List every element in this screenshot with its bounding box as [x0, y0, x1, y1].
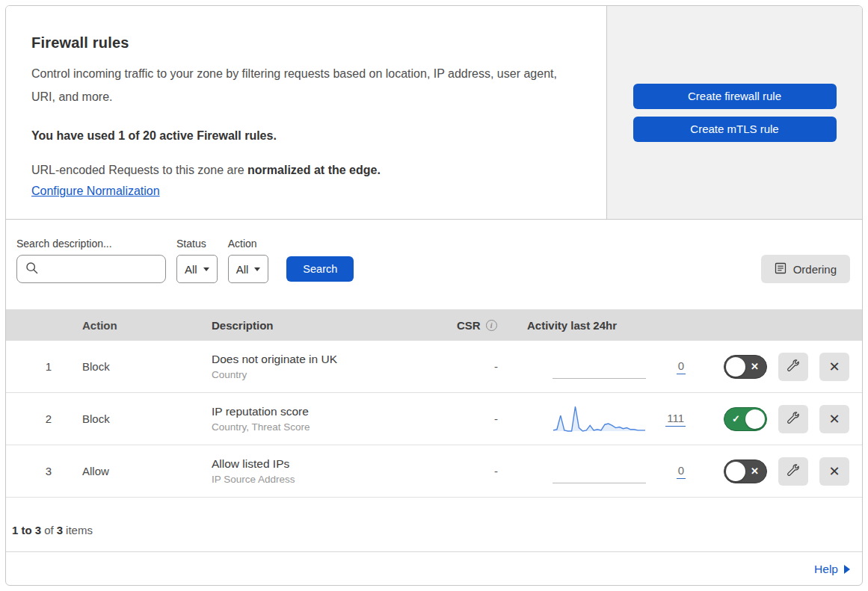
intro-section: Firewall rules Control incoming traffic …: [6, 6, 606, 219]
rule-enabled-toggle[interactable]: ✓ ✕: [724, 355, 767, 379]
rule-description: Allow listed IPs: [212, 457, 451, 471]
rule-fields: IP Source Address: [212, 474, 451, 485]
rule-action: Block: [81, 412, 212, 425]
wrench-icon: [787, 412, 799, 426]
sparkline-flat-line: [552, 378, 646, 379]
activity-count-link[interactable]: 111: [665, 412, 686, 427]
search-button[interactable]: Search: [286, 256, 354, 282]
rule-number: 2: [6, 412, 81, 425]
rule-controls: ✓ ✕ ✕: [686, 457, 862, 486]
intro-description: Control incoming traffic to your zone by…: [31, 62, 576, 108]
rule-activity-cell: 0: [526, 445, 686, 497]
info-icon[interactable]: i: [486, 320, 497, 331]
rule-controls: ✓ ✕ ✕: [686, 405, 862, 433]
rule-action: Block: [81, 360, 212, 373]
filter-bar: Search description... Status All Action: [6, 220, 862, 309]
col-header-action: Action: [81, 319, 212, 332]
toggle-knob: [726, 462, 745, 481]
normalization-bold: normalized at the edge.: [247, 164, 381, 176]
activity-count-link[interactable]: 0: [677, 359, 686, 374]
delete-rule-button[interactable]: ✕: [819, 457, 849, 486]
create-firewall-rule-button[interactable]: Create firewall rule: [633, 84, 837, 109]
ordering-button-label: Ordering: [793, 263, 837, 276]
search-icon: [25, 262, 39, 278]
col-header-csr: CSR i: [451, 319, 526, 332]
action-label: Action: [228, 238, 269, 250]
x-icon: ✕: [751, 465, 759, 477]
action-dropdown[interactable]: All: [228, 255, 269, 283]
firewall-rules-card: Firewall rules Control incoming traffic …: [5, 5, 863, 586]
rule-description-cell: Does not originate in UK Country: [212, 353, 451, 380]
delete-rule-button[interactable]: ✕: [819, 353, 849, 381]
delete-rule-button[interactable]: ✕: [819, 405, 849, 433]
rule-description: IP reputation score: [212, 405, 451, 418]
activity-sparkline: [552, 351, 646, 383]
wrench-icon: [787, 464, 799, 478]
status-group: Status All: [176, 238, 218, 283]
configure-normalization-link[interactable]: Configure Normalization: [31, 185, 160, 198]
cta-panel: Create firewall rule Create mTLS rule: [606, 6, 862, 219]
search-input[interactable]: [16, 255, 166, 283]
table-row: 2 Block IP reputation score Country, Thr…: [6, 393, 862, 445]
activity-sparkline: [552, 403, 646, 435]
normalization-prefix: URL-encoded Requests to this zone are: [31, 164, 247, 176]
search-box: [16, 255, 166, 283]
close-icon: ✕: [828, 412, 840, 426]
help-link-label: Help: [814, 563, 838, 576]
pagination-summary: 1 to 3 of 3 items: [6, 498, 862, 551]
edit-rule-button[interactable]: [778, 405, 808, 433]
toggle-knob: [745, 409, 765, 429]
help-row: Help: [6, 551, 862, 586]
activity-sparkline: [552, 456, 646, 487]
action-dropdown-value: All: [236, 263, 249, 276]
rule-csr: -: [451, 360, 526, 373]
table-row: 1 Block Does not originate in UK Country…: [6, 341, 862, 393]
activity-count-link[interactable]: 0: [677, 464, 686, 479]
edit-rule-button[interactable]: [778, 353, 808, 381]
csr-header-label: CSR: [457, 319, 481, 332]
chevron-down-icon: [254, 267, 260, 271]
status-label: Status: [176, 238, 218, 250]
check-icon: ✓: [732, 413, 740, 424]
arrow-right-icon: [844, 565, 850, 574]
action-group: Action All: [228, 238, 269, 283]
firewall-rules-page: Firewall rules Control incoming traffic …: [0, 0, 868, 591]
of-text: of: [44, 524, 54, 536]
col-header-activity: Activity last 24hr: [526, 319, 686, 332]
rule-number: 1: [6, 360, 81, 373]
close-icon: ✕: [828, 465, 840, 478]
page-title: Firewall rules: [31, 34, 576, 52]
rule-description-cell: IP reputation score Country, Threat Scor…: [212, 405, 451, 433]
create-mtls-rule-button[interactable]: Create mTLS rule: [633, 117, 837, 142]
rule-controls: ✓ ✕ ✕: [686, 353, 862, 381]
status-dropdown-value: All: [185, 263, 197, 276]
rule-enabled-toggle[interactable]: ✓ ✕: [724, 460, 767, 483]
sparkline-flat-line: [552, 483, 646, 483]
edit-rule-button[interactable]: [778, 457, 808, 486]
rule-description: Does not originate in UK: [212, 353, 451, 366]
search-label: Search description...: [16, 238, 166, 250]
col-header-description: Description: [212, 319, 451, 332]
ordering-button[interactable]: Ordering: [761, 255, 850, 283]
close-icon: ✕: [828, 360, 840, 374]
normalization-line: URL-encoded Requests to this zone are no…: [31, 164, 576, 177]
table-row: 3 Allow Allow listed IPs IP Source Addre…: [6, 445, 862, 498]
rule-activity-cell: 111: [526, 393, 686, 445]
top-section: Firewall rules Control incoming traffic …: [6, 6, 862, 220]
wrench-icon: [787, 359, 799, 374]
rule-csr: -: [451, 465, 526, 477]
rule-description-cell: Allow listed IPs IP Source Address: [212, 457, 451, 485]
table-header: Action Description CSR i Activity last 2…: [6, 309, 862, 341]
rule-enabled-toggle[interactable]: ✓ ✕: [724, 407, 767, 431]
ordering-icon: [775, 262, 787, 276]
rule-fields: Country, Threat Score: [212, 421, 451, 433]
rule-action: Allow: [81, 465, 212, 477]
status-dropdown[interactable]: All: [176, 255, 218, 283]
rule-csr: -: [451, 412, 526, 425]
chevron-down-icon: [203, 267, 209, 271]
total-text: 3: [57, 524, 63, 536]
rule-fields: Country: [212, 369, 451, 380]
help-link[interactable]: Help: [814, 563, 850, 576]
range-text: 1 to 3: [12, 524, 41, 536]
x-icon: ✕: [751, 361, 759, 372]
